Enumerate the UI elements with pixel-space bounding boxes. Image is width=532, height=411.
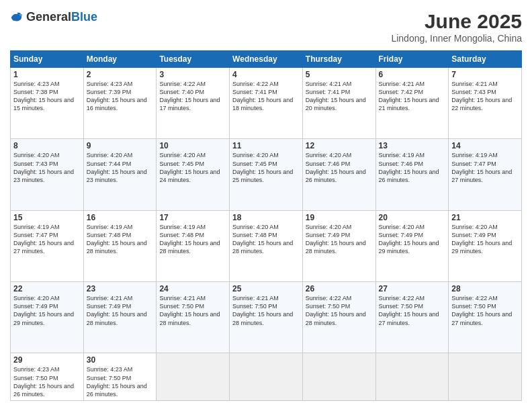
calendar-cell: 2 Sunrise: 4:23 AMSunset: 7:39 PMDayligh… xyxy=(83,68,157,139)
calendar-cell: 15 Sunrise: 4:19 AMSunset: 7:47 PMDaylig… xyxy=(11,210,84,281)
calendar-week-1: 1 Sunrise: 4:23 AMSunset: 7:38 PMDayligh… xyxy=(11,68,522,139)
cell-text: Sunrise: 4:22 AMSunset: 7:50 PMDaylight:… xyxy=(379,295,439,326)
day-number: 24 xyxy=(159,284,226,293)
calendar-cell: 26 Sunrise: 4:22 AMSunset: 7:50 PMDaylig… xyxy=(302,282,375,353)
day-header-tuesday: Tuesday xyxy=(157,51,230,68)
calendar-cell: 7 Sunrise: 4:21 AMSunset: 7:43 PMDayligh… xyxy=(449,68,522,139)
calendar-cell: 22 Sunrise: 4:20 AMSunset: 7:49 PMDaylig… xyxy=(11,282,84,353)
calendar-cell: 3 Sunrise: 4:22 AMSunset: 7:40 PMDayligh… xyxy=(157,68,230,139)
day-number: 8 xyxy=(13,141,81,150)
day-number: 17 xyxy=(159,213,226,222)
cell-text: Sunrise: 4:21 AMSunset: 7:41 PMDaylight:… xyxy=(306,81,366,111)
cell-text: Sunrise: 4:21 AMSunset: 7:49 PMDaylight:… xyxy=(87,295,147,326)
calendar-week-2: 8 Sunrise: 4:20 AMSunset: 7:43 PMDayligh… xyxy=(11,139,522,210)
calendar-cell: 8 Sunrise: 4:20 AMSunset: 7:43 PMDayligh… xyxy=(11,139,84,210)
calendar-cell xyxy=(302,353,375,401)
calendar-cell xyxy=(449,353,522,401)
calendar-cell xyxy=(157,353,230,401)
cell-text: Sunrise: 4:20 AMSunset: 7:49 PMDaylight:… xyxy=(451,224,512,255)
calendar-cell: 23 Sunrise: 4:21 AMSunset: 7:49 PMDaylig… xyxy=(83,282,157,353)
day-number: 10 xyxy=(159,141,226,150)
calendar-cell: 27 Sunrise: 4:22 AMSunset: 7:50 PMDaylig… xyxy=(375,282,449,353)
day-number: 21 xyxy=(451,213,519,222)
cell-text: Sunrise: 4:20 AMSunset: 7:49 PMDaylight:… xyxy=(306,224,366,255)
calendar-week-5: 29 Sunrise: 4:23 AMSunset: 7:50 PMDaylig… xyxy=(11,353,522,401)
logo-general: General xyxy=(26,10,71,24)
location: Lindong, Inner Mongolia, China xyxy=(391,33,522,44)
calendar-week-3: 15 Sunrise: 4:19 AMSunset: 7:47 PMDaylig… xyxy=(11,210,522,281)
cell-text: Sunrise: 4:20 AMSunset: 7:48 PMDaylight:… xyxy=(232,224,293,255)
calendar-cell: 13 Sunrise: 4:19 AMSunset: 7:46 PMDaylig… xyxy=(375,139,449,210)
calendar-cell: 16 Sunrise: 4:19 AMSunset: 7:48 PMDaylig… xyxy=(83,210,157,281)
calendar-cell: 30 Sunrise: 4:23 AMSunset: 7:50 PMDaylig… xyxy=(83,353,157,401)
cell-text: Sunrise: 4:19 AMSunset: 7:48 PMDaylight:… xyxy=(87,224,147,255)
logo: General Blue xyxy=(10,10,97,24)
day-number: 2 xyxy=(87,70,154,79)
cell-text: Sunrise: 4:22 AMSunset: 7:50 PMDaylight:… xyxy=(451,295,512,326)
day-number: 29 xyxy=(13,355,81,365)
day-number: 13 xyxy=(379,141,446,150)
month-title: June 2025 xyxy=(391,10,522,33)
cell-text: Sunrise: 4:22 AMSunset: 7:50 PMDaylight:… xyxy=(306,295,366,326)
calendar-cell: 10 Sunrise: 4:20 AMSunset: 7:45 PMDaylig… xyxy=(157,139,230,210)
day-header-friday: Friday xyxy=(375,51,449,68)
day-header-sunday: Sunday xyxy=(11,51,84,68)
day-number: 4 xyxy=(232,70,300,79)
cell-text: Sunrise: 4:20 AMSunset: 7:46 PMDaylight:… xyxy=(306,152,366,183)
cell-text: Sunrise: 4:22 AMSunset: 7:40 PMDaylight:… xyxy=(159,81,220,111)
cell-text: Sunrise: 4:20 AMSunset: 7:49 PMDaylight:… xyxy=(13,295,74,326)
title-block: June 2025 Lindong, Inner Mongolia, China xyxy=(391,10,522,44)
calendar-cell: 20 Sunrise: 4:20 AMSunset: 7:49 PMDaylig… xyxy=(375,210,449,281)
logo-text: General Blue xyxy=(26,10,97,24)
cell-text: Sunrise: 4:21 AMSunset: 7:50 PMDaylight:… xyxy=(232,295,293,326)
cell-text: Sunrise: 4:21 AMSunset: 7:50 PMDaylight:… xyxy=(159,295,220,326)
calendar-week-4: 22 Sunrise: 4:20 AMSunset: 7:49 PMDaylig… xyxy=(11,282,522,353)
day-header-thursday: Thursday xyxy=(302,51,375,68)
day-header-monday: Monday xyxy=(83,51,157,68)
calendar-cell: 12 Sunrise: 4:20 AMSunset: 7:46 PMDaylig… xyxy=(302,139,375,210)
day-number: 28 xyxy=(451,284,519,293)
calendar-cell xyxy=(375,353,449,401)
cell-text: Sunrise: 4:20 AMSunset: 7:45 PMDaylight:… xyxy=(232,152,293,183)
calendar-header-row: SundayMondayTuesdayWednesdayThursdayFrid… xyxy=(11,51,522,68)
day-number: 1 xyxy=(13,70,81,79)
cell-text: Sunrise: 4:21 AMSunset: 7:43 PMDaylight:… xyxy=(451,81,512,111)
calendar-cell: 6 Sunrise: 4:21 AMSunset: 7:42 PMDayligh… xyxy=(375,68,449,139)
day-number: 11 xyxy=(232,141,300,150)
day-number: 9 xyxy=(87,141,154,150)
logo-icon xyxy=(10,11,24,24)
calendar-cell: 9 Sunrise: 4:20 AMSunset: 7:44 PMDayligh… xyxy=(83,139,157,210)
calendar-cell: 4 Sunrise: 4:22 AMSunset: 7:41 PMDayligh… xyxy=(230,68,303,139)
cell-text: Sunrise: 4:23 AMSunset: 7:39 PMDaylight:… xyxy=(87,81,147,111)
cell-text: Sunrise: 4:23 AMSunset: 7:50 PMDaylight:… xyxy=(13,366,74,397)
day-header-saturday: Saturday xyxy=(449,51,522,68)
cell-text: Sunrise: 4:20 AMSunset: 7:45 PMDaylight:… xyxy=(159,152,220,183)
calendar-cell: 1 Sunrise: 4:23 AMSunset: 7:38 PMDayligh… xyxy=(11,68,84,139)
day-number: 23 xyxy=(87,284,154,293)
day-number: 14 xyxy=(451,141,519,150)
day-number: 15 xyxy=(13,213,81,222)
calendar-cell: 28 Sunrise: 4:22 AMSunset: 7:50 PMDaylig… xyxy=(449,282,522,353)
day-number: 30 xyxy=(87,355,154,365)
day-number: 18 xyxy=(232,213,300,222)
calendar-cell: 21 Sunrise: 4:20 AMSunset: 7:49 PMDaylig… xyxy=(449,210,522,281)
day-number: 22 xyxy=(13,284,81,293)
day-number: 27 xyxy=(379,284,446,293)
calendar-cell: 11 Sunrise: 4:20 AMSunset: 7:45 PMDaylig… xyxy=(230,139,303,210)
cell-text: Sunrise: 4:23 AMSunset: 7:50 PMDaylight:… xyxy=(87,366,147,397)
day-number: 12 xyxy=(306,141,373,150)
calendar-cell: 18 Sunrise: 4:20 AMSunset: 7:48 PMDaylig… xyxy=(230,210,303,281)
day-number: 26 xyxy=(306,284,373,293)
cell-text: Sunrise: 4:19 AMSunset: 7:46 PMDaylight:… xyxy=(379,152,439,183)
day-number: 7 xyxy=(451,70,519,79)
day-number: 16 xyxy=(87,213,154,222)
cell-text: Sunrise: 4:21 AMSunset: 7:42 PMDaylight:… xyxy=(379,81,439,111)
calendar-cell: 29 Sunrise: 4:23 AMSunset: 7:50 PMDaylig… xyxy=(11,353,84,401)
calendar-table: SundayMondayTuesdayWednesdayThursdayFrid… xyxy=(10,50,522,401)
cell-text: Sunrise: 4:19 AMSunset: 7:47 PMDaylight:… xyxy=(451,152,512,183)
day-number: 5 xyxy=(306,70,373,79)
cell-text: Sunrise: 4:20 AMSunset: 7:49 PMDaylight:… xyxy=(379,224,439,255)
day-number: 6 xyxy=(379,70,446,79)
day-number: 20 xyxy=(379,213,446,222)
calendar-cell: 5 Sunrise: 4:21 AMSunset: 7:41 PMDayligh… xyxy=(302,68,375,139)
